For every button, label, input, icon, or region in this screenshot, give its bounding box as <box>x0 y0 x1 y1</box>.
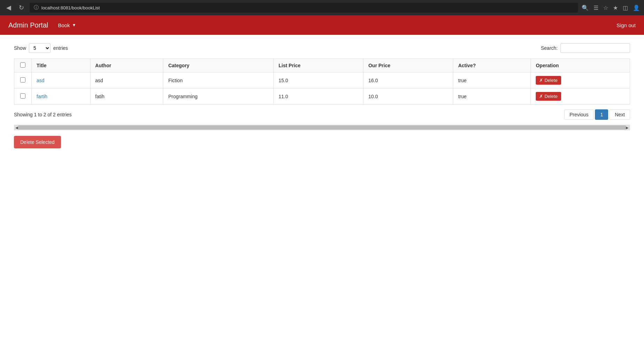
table-row: asd asd Fiction 15.0 16.0 true ✗ Delete <box>14 72 630 88</box>
table-header: Title Author Category List Price Our Pri… <box>14 59 630 72</box>
row-operation-cell: ✗ Delete <box>531 88 630 104</box>
reload-button[interactable]: ↻ <box>17 2 26 13</box>
chevron-down-icon: ▼ <box>72 23 76 28</box>
showing-text: Showing 1 to 2 of 2 entries <box>14 112 72 117</box>
shield-icon[interactable]: ☆ <box>603 5 608 11</box>
row-our-price-cell: 10.0 <box>363 88 453 104</box>
controls-row: Show 5 10 25 50 100 entries Search: <box>14 43 630 53</box>
main-content: Show 5 10 25 50 100 entries Search: Titl… <box>0 35 644 157</box>
show-label: Show <box>14 45 26 51</box>
delete-label: Delete <box>544 78 558 83</box>
info-icon: ⓘ <box>34 5 39 11</box>
address-bar: ⓘ localhost:8081/book/bookList <box>30 3 578 13</box>
browser-actions: 🔍 ☰ ☆ ★ ◫ 👤 <box>582 5 640 11</box>
url-text: localhost:8081/book/bookList <box>41 5 100 10</box>
scroll-right-arrow[interactable]: ▶ <box>625 126 630 130</box>
row-title-cell: fartih <box>32 88 91 104</box>
book-title-link[interactable]: asd <box>37 78 45 83</box>
bookmarks-icon[interactable]: ★ <box>613 5 618 11</box>
search-label: Search: <box>541 45 558 51</box>
extensions-icon[interactable]: ◫ <box>623 5 628 11</box>
back-button[interactable]: ◀ <box>4 2 13 13</box>
data-table: Title Author Category List Price Our Pri… <box>14 59 630 104</box>
profile-icon[interactable]: 👤 <box>633 5 640 11</box>
book-nav-label: Book <box>58 22 70 28</box>
row-operation-cell: ✗ Delete <box>531 72 630 88</box>
row-checkbox[interactable] <box>20 93 25 99</box>
book-nav-menu[interactable]: Book ▼ <box>57 20 78 31</box>
select-all-header <box>14 59 32 72</box>
table-body: asd asd Fiction 15.0 16.0 true ✗ Delete <box>14 72 630 104</box>
pagination-row: Showing 1 to 2 of 2 entries Previous 1 N… <box>14 109 630 120</box>
search-row: Search: <box>541 43 630 53</box>
book-title-link[interactable]: fartih <box>37 94 47 99</box>
page-1-button[interactable]: 1 <box>595 109 608 120</box>
row-author-cell: asd <box>90 72 163 88</box>
row-category-cell: Programming <box>163 88 274 104</box>
reader-icon[interactable]: ☰ <box>594 5 598 11</box>
select-all-checkbox[interactable] <box>20 62 25 68</box>
row-our-price-cell: 16.0 <box>363 72 453 88</box>
col-category: Category <box>163 59 274 72</box>
entries-label: entries <box>53 45 68 51</box>
col-active: Active? <box>453 59 531 72</box>
header-left: Admin Portal Book ▼ <box>8 20 78 31</box>
next-button[interactable]: Next <box>610 109 630 120</box>
search-browser-icon[interactable]: 🔍 <box>582 5 589 11</box>
row-active-cell: true <box>453 72 531 88</box>
row-category-cell: Fiction <box>163 72 274 88</box>
col-operation: Operation <box>531 59 630 72</box>
row-active-cell: true <box>453 88 531 104</box>
browser-chrome: ◀ ↻ ⓘ localhost:8081/book/bookList 🔍 ☰ ☆… <box>0 0 644 15</box>
delete-selected-button[interactable]: Delete Selected <box>14 136 61 148</box>
x-icon: ✗ <box>539 94 543 99</box>
entries-select[interactable]: 5 10 25 50 100 <box>29 43 50 53</box>
row-title-cell: asd <box>32 72 91 88</box>
app-header: Admin Portal Book ▼ Sign out <box>0 15 644 35</box>
table-row: fartih fatih Programming 11.0 10.0 true … <box>14 88 630 104</box>
delete-row-button[interactable]: ✗ Delete <box>536 76 561 85</box>
col-author: Author <box>90 59 163 72</box>
row-list-price-cell: 15.0 <box>274 72 363 88</box>
scrollbar-thumb[interactable] <box>18 125 626 130</box>
sign-out-button[interactable]: Sign out <box>616 22 636 28</box>
col-title: Title <box>32 59 91 72</box>
delete-row-button[interactable]: ✗ Delete <box>536 92 561 101</box>
row-checkbox-cell <box>14 88 32 104</box>
col-our-price: Our Price <box>363 59 453 72</box>
delete-label: Delete <box>544 94 558 99</box>
x-icon: ✗ <box>539 78 543 83</box>
show-entries: Show 5 10 25 50 100 entries <box>14 43 68 53</box>
pagination-controls: Previous 1 Next <box>564 109 630 120</box>
row-author-cell: fatih <box>90 88 163 104</box>
search-input[interactable] <box>560 43 630 53</box>
row-list-price-cell: 11.0 <box>274 88 363 104</box>
row-checkbox-cell <box>14 72 32 88</box>
app-title: Admin Portal <box>8 21 48 29</box>
col-list-price: List Price <box>274 59 363 72</box>
previous-button[interactable]: Previous <box>564 109 594 120</box>
row-checkbox[interactable] <box>20 77 25 83</box>
horizontal-scrollbar[interactable]: ◀ ▶ <box>14 125 630 130</box>
